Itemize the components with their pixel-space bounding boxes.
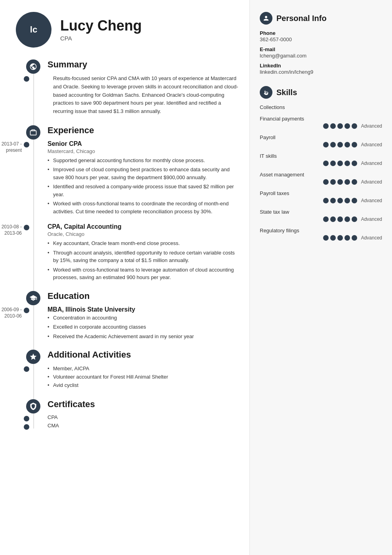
skill-name-payroll: Payroll [260,134,382,140]
education-item-1: 2006-09 - 2010-06 MBA, Illinois State Un… [48,306,242,341]
dot [337,235,343,241]
avatar: lc [16,12,51,48]
cert-item-1: CPA [48,414,242,420]
job-bullets-1: Supported general accounting functions f… [48,157,242,216]
bullet: Identified and resolved a company-wide p… [48,183,242,198]
additional-bullets: Member, AICPA Volunteer accountant for F… [48,365,242,389]
info-email: E-mail lcheng@gamail.com [260,46,382,59]
bullet: Supported general accounting functions f… [48,157,242,165]
skill-financial-payments: Financial payments Advanced [260,116,382,129]
skill-level-it: Advanced [361,161,382,166]
summary-section: Summary Results-focused senior CPA and C… [48,59,242,116]
edu-date-1: 2006-09 - 2010-06 [0,307,22,319]
avatar-initials: lc [30,25,37,35]
additional-item: Member, AICPA Volunteer accountant for F… [48,365,242,389]
job-item-2: 2010-08 - 2013-06 CPA, Capital Accountin… [48,223,242,281]
summary-icon [26,59,40,74]
job-dot-2 [24,225,29,230]
dot [330,216,336,222]
skill-dots-pt: Advanced [260,198,382,203]
dot [337,198,343,203]
job-dot-1 [24,142,29,147]
summary-text: Results-focused senior CPA and CMA with … [53,75,242,116]
briefcase-icon [29,128,37,136]
skill-name-it: IT skills [260,153,382,159]
candidate-name: Lucy Cheng [60,18,142,34]
dot [323,216,329,222]
dot [352,179,357,185]
person-icon [263,15,270,22]
job-company-2: Oracle, Chicago [48,231,242,237]
bullet: Key accountant, Oracle team month-end cl… [48,239,242,247]
dot [323,123,329,129]
additional-dot [24,366,29,372]
dot [337,179,343,185]
skill-payroll-taxes: Payroll taxes Advanced [260,190,382,203]
skill-name-fp: Financial payments [260,116,382,122]
personal-info-title: Personal Info [276,14,327,23]
cert-name-1: CPA [48,414,58,420]
dot [352,216,357,222]
dot [323,198,329,203]
skill-level-fp: Advanced [361,123,382,129]
bullet: Concentration in accounting [48,314,242,322]
skill-level-pt: Advanced [361,198,382,203]
skill-level-rf: Advanced [361,235,382,241]
education-title: Education [48,291,89,301]
job-title-2: CPA, Capital Accounting [48,223,242,230]
skill-name-collections: Collections [260,104,382,110]
left-column: lc Lucy Cheng CPA Summary [0,0,249,555]
resume-container: lc Lucy Cheng CPA Summary [0,0,392,555]
personal-info-header: Personal Info [260,12,382,25]
education-section: Education 2006-09 - 2010-06 MBA, Illinoi… [48,291,242,341]
education-header: Education [48,291,242,301]
dot [337,216,343,222]
timeline-line [33,59,34,429]
job-date-1: 2013-07 - present [0,141,22,153]
job-company-1: Mastercard, Chicago [48,148,242,154]
skills-title: Skills [276,88,297,97]
experience-section: Experience 2013-07 - present Senior CPA … [48,125,242,281]
education-icon [26,291,40,305]
phone-value: 362-657-0000 [260,36,382,42]
cert-item-2: CMA [48,423,242,429]
skill-collections: Collections [260,104,382,110]
dot [344,179,350,185]
edu-dot-1 [24,308,29,313]
experience-header: Experience [48,125,242,136]
dot [352,198,357,203]
cert-dot-2 [24,424,29,430]
skill-regulatory: Regulatory filings Advanced [260,228,382,241]
skill-payroll: Payroll Advanced [260,134,382,147]
summary-title: Summary [48,59,87,70]
bullet: Received the Academic Achievement award … [48,333,242,341]
dot [330,161,336,166]
graduation-icon [29,294,37,302]
additional-header: Additional Activities [48,350,242,360]
bullet: Excelled in corporate accounting classes [48,323,242,331]
additional-icon [26,350,40,364]
skills-section: Skills Collections Financial payments Ad… [260,86,382,241]
job-date-2: 2010-08 - 2013-06 [0,224,22,236]
dot [344,123,350,129]
dot [352,161,357,166]
bullet: Improved use of cloud computing best pra… [48,166,242,181]
dot [330,123,336,129]
dot [337,142,343,147]
job-title-1: Senior CPA [48,140,242,147]
email-label: E-mail [260,46,382,52]
skill-dots-it: Advanced [260,161,382,166]
skill-level-stl: Advanced [361,216,382,222]
info-phone: Phone 362-657-0000 [260,30,382,42]
certificates-section: Certificates CPA CMA [48,399,242,429]
linkedin-label: LinkedIn [260,63,382,69]
job-item-1: 2013-07 - present Senior CPA Mastercard,… [48,140,242,216]
dot [330,235,336,241]
dot [323,235,329,241]
certificates-title: Certificates [48,399,95,410]
award-icon [29,402,37,410]
certificates-icon [26,399,40,413]
header-section: lc Lucy Cheng CPA [12,12,242,48]
dot [344,216,350,222]
skill-asset-mgmt: Asset management Advanced [260,172,382,185]
